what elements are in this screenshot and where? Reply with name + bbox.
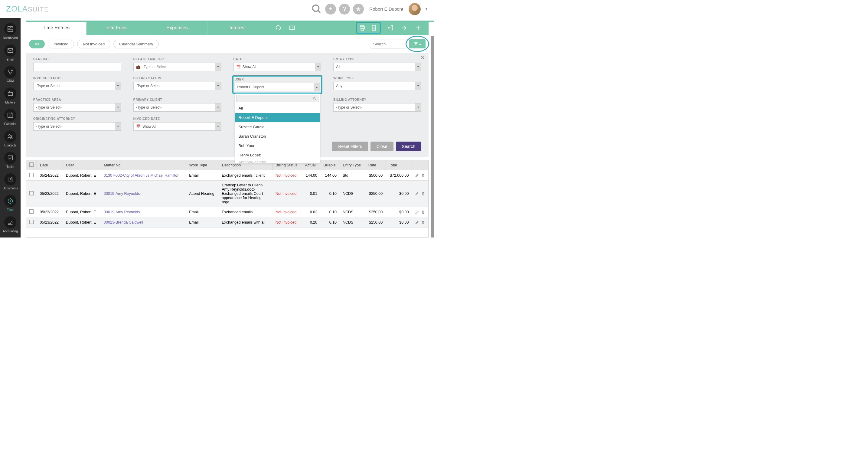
edit-icon[interactable] (415, 210, 419, 214)
reset-filters-button[interactable]: Reset Filters (332, 142, 368, 151)
filter-toggle-button[interactable]: ▲ (409, 39, 426, 49)
svg-point-11 (9, 135, 10, 137)
tab-interest[interactable]: Interest (208, 21, 268, 35)
pill-calendar-summary[interactable]: Calendar Summary (114, 40, 159, 49)
forward-icon[interactable] (400, 24, 409, 32)
user-option[interactable]: Sarah Cranston (235, 131, 320, 141)
pill-all[interactable]: All (29, 40, 45, 49)
user-option[interactable]: Bob Youn (235, 141, 320, 150)
user-option[interactable]: Anthony Zandle (235, 160, 320, 163)
user-search-input[interactable] (236, 95, 319, 102)
pill-not-invoiced[interactable]: Not Invoiced (77, 40, 111, 49)
dropdown-toggle[interactable]: ▼ (215, 63, 221, 71)
edit-icon[interactable] (415, 220, 419, 225)
tab-time-entries[interactable]: Time Entries (26, 21, 87, 35)
close-button[interactable]: Close (371, 142, 394, 151)
tab-flat-fees[interactable]: Flat Fees (87, 21, 147, 35)
delete-icon[interactable] (421, 210, 425, 214)
dropdown-toggle[interactable]: ▼ (215, 82, 221, 90)
results-table: Date User Matter No Work Type Descriptio… (26, 160, 429, 237)
svg-text:XLS: XLS (372, 27, 376, 29)
search-input[interactable] (370, 40, 406, 49)
filter-general: General (33, 58, 121, 71)
svg-rect-19 (361, 28, 364, 30)
page-tabs: Time Entries Flat Fees Expenses Interest… (26, 21, 429, 35)
dropdown-toggle[interactable]: ▼ (215, 103, 221, 112)
dropdown-toggle[interactable]: ▼ (315, 63, 321, 71)
help-panel-icon[interactable]: ? (288, 24, 297, 32)
filter-work-type: Work TypeAny▼ (333, 77, 421, 93)
svg-rect-8 (8, 92, 13, 95)
dropdown-toggle[interactable]: ▼ (415, 63, 421, 71)
sidebar-item-contacts[interactable]: Contacts (2, 128, 19, 149)
dropdown-toggle[interactable]: ▼ (415, 82, 421, 90)
chevron-down-icon[interactable]: ▼ (425, 7, 428, 10)
dropdown-toggle[interactable]: ▼ (115, 82, 121, 90)
general-input[interactable] (33, 63, 121, 71)
help-button[interactable]: ? (339, 4, 350, 14)
refresh-icon[interactable] (274, 24, 282, 32)
svg-text:?: ? (291, 26, 293, 29)
svg-text:24: 24 (9, 114, 11, 117)
row-checkbox[interactable] (29, 191, 34, 196)
sidebar-item-calendar[interactable]: 24Calendar (2, 107, 19, 128)
sidebar-item-email[interactable]: Email (2, 42, 19, 63)
filter-originating-attorney: Originating Attorney-Type or Select-▼ (33, 117, 121, 131)
user-option[interactable]: All (235, 103, 320, 113)
current-user: Robert E Dupont (369, 6, 403, 11)
delete-icon[interactable] (421, 173, 425, 178)
row-checkbox[interactable] (29, 220, 34, 224)
pill-invoiced[interactable]: Invoiced (48, 40, 74, 49)
sidebar-item-dashboard[interactable]: Dashboard (2, 21, 19, 42)
filter-related-matter: Related Matter💼-Type or Select-▼ (133, 58, 221, 71)
user-option[interactable]: Henry Lopez (235, 150, 320, 160)
svg-point-7 (10, 73, 11, 75)
sidebar-item-accounting[interactable]: Accounting (2, 214, 19, 235)
svg-rect-1 (8, 27, 10, 29)
star-button[interactable]: ★ (353, 4, 364, 14)
dropdown-toggle[interactable]: ▼ (415, 103, 421, 112)
table-row: 05/23/2022Dupont, Robert, E00019-Amy Rey… (26, 207, 428, 217)
svg-rect-2 (10, 27, 13, 28)
close-icon[interactable]: ✕ (421, 55, 425, 61)
scrollbar[interactable] (431, 36, 434, 237)
select-all-checkbox[interactable] (29, 162, 34, 167)
sidebar-item-matters[interactable]: Matters (2, 85, 19, 107)
user-option[interactable]: Suzette Garcia (235, 122, 320, 131)
sidebar-item-crm[interactable]: CRM (2, 63, 19, 85)
filter-practice-area: Practice Area-Type or Select-▼ (33, 98, 121, 112)
filter-user: UserRobert E Dupont▲ All Robert E Dupont… (232, 75, 323, 94)
topbar: ZOLASUITE + ? ★ Robert E Dupont ▼ (0, 0, 434, 18)
import-icon[interactable] (386, 24, 395, 32)
row-checkbox[interactable] (29, 173, 34, 177)
row-checkbox[interactable] (29, 209, 34, 214)
dropdown-toggle[interactable]: ▼ (115, 122, 121, 131)
export-xls-icon[interactable]: XLS (370, 24, 379, 32)
user-option[interactable]: Robert E Dupont (235, 113, 320, 122)
sidebar-item-tasks[interactable]: Tasks (2, 149, 19, 171)
add-entry-icon[interactable] (414, 24, 423, 32)
filter-invoice-status: Invoice Status-Type or Select-▼ (33, 77, 121, 93)
search-icon[interactable] (311, 4, 322, 14)
search-button[interactable]: Search (396, 142, 421, 151)
add-button[interactable]: + (325, 4, 336, 14)
delete-icon[interactable] (421, 220, 425, 225)
print-icon[interactable] (358, 24, 367, 32)
svg-point-0 (313, 5, 319, 11)
content: Time Entries Flat Fees Expenses Interest… (21, 18, 434, 237)
dropdown-toggle[interactable]: ▲ (314, 83, 320, 91)
tab-expenses[interactable]: Expenses (147, 21, 208, 35)
filter-pills: All Invoiced Not Invoiced Calendar Summa… (21, 35, 434, 53)
edit-icon[interactable] (415, 191, 419, 196)
avatar[interactable] (409, 3, 421, 15)
dropdown-toggle[interactable]: ▼ (215, 122, 221, 131)
sidebar-item-time[interactable]: Time (2, 192, 19, 214)
delete-icon[interactable] (421, 191, 425, 196)
sidebar-item-documents[interactable]: Documents (2, 171, 19, 192)
filter-entry-type: Entry TypeAll▼ (333, 58, 421, 71)
svg-point-5 (8, 70, 9, 71)
edit-icon[interactable] (415, 173, 419, 178)
table-row: 05/23/2022Dupont, Robert, E00019-Amy Rey… (26, 181, 428, 207)
dropdown-toggle[interactable]: ▼ (115, 103, 121, 112)
filter-primary-client: Primary Client-Type or Select-▼ (133, 98, 221, 112)
